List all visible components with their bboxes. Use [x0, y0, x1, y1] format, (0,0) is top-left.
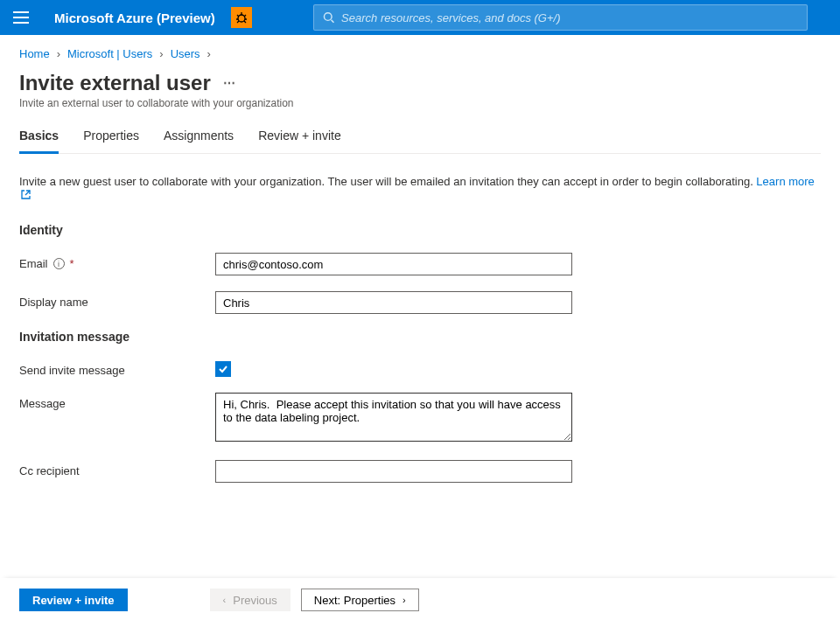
global-search[interactable]	[313, 4, 808, 31]
email-label: Email i *	[19, 253, 215, 270]
intro-body: Invite a new guest user to collaborate w…	[19, 175, 756, 188]
breadcrumb-mid[interactable]: Microsoft | Users	[67, 47, 152, 60]
svg-line-5	[237, 15, 239, 17]
menu-button[interactable]	[7, 3, 35, 31]
display-name-field[interactable]	[215, 291, 572, 314]
send-invite-label: Send invite message	[19, 359, 215, 377]
tab-review[interactable]: Review + invite	[258, 129, 341, 153]
chevron-right-icon: ›	[159, 47, 163, 60]
cc-field[interactable]	[215, 460, 572, 483]
section-identity: Identity	[19, 223, 821, 237]
next-button[interactable]: Next: Properties ›	[301, 589, 419, 611]
svg-line-10	[244, 21, 246, 23]
page-subtitle: Invite an external user to collaborate w…	[19, 97, 821, 109]
svg-line-13	[25, 191, 30, 195]
tab-properties[interactable]: Properties	[83, 129, 139, 153]
search-input[interactable]	[341, 11, 798, 24]
check-icon	[218, 364, 228, 374]
page-title: Invite external user	[19, 71, 211, 95]
display-name-label: Display name	[19, 291, 215, 309]
chevron-right-icon: ›	[207, 47, 211, 60]
info-icon[interactable]: i	[53, 258, 65, 269]
svg-line-12	[331, 20, 333, 23]
chevron-right-icon: ›	[57, 47, 60, 60]
cc-label: Cc recipient	[19, 460, 215, 477]
tab-basics[interactable]: Basics	[19, 129, 59, 154]
email-field[interactable]	[215, 253, 572, 275]
tabs: Basics Properties Assignments Review + i…	[19, 129, 821, 154]
main-content: Home › Microsoft | Users › Users › Invit…	[0, 35, 840, 483]
required-indicator: *	[70, 257, 74, 270]
svg-line-9	[237, 21, 239, 23]
svg-point-11	[324, 13, 332, 21]
previous-button: ‹ Previous	[210, 589, 290, 611]
svg-point-3	[238, 15, 245, 22]
external-link-icon	[21, 189, 31, 202]
message-field[interactable]	[215, 393, 572, 442]
svg-line-6	[244, 15, 246, 17]
tab-assignments[interactable]: Assignments	[164, 129, 234, 153]
more-actions-button[interactable]: ⋯	[223, 76, 236, 90]
breadcrumb-home[interactable]: Home	[19, 47, 50, 60]
section-invitation: Invitation message	[19, 330, 821, 344]
bug-icon[interactable]	[231, 7, 252, 28]
previous-label: Previous	[233, 594, 277, 607]
brand-title[interactable]: Microsoft Azure (Preview)	[54, 10, 215, 25]
review-invite-button[interactable]: Review + invite	[19, 589, 128, 611]
intro-text: Invite a new guest user to collaborate w…	[19, 175, 821, 202]
page-title-row: Invite external user ⋯	[19, 71, 821, 95]
next-label: Next: Properties	[314, 594, 396, 607]
chevron-left-icon: ‹	[223, 595, 227, 605]
breadcrumb-last[interactable]: Users	[171, 47, 200, 60]
chevron-right-icon: ›	[402, 595, 406, 605]
breadcrumb: Home › Microsoft | Users › Users ›	[19, 47, 821, 60]
top-bar: Microsoft Azure (Preview)	[0, 0, 840, 35]
message-label: Message	[19, 393, 215, 410]
send-invite-checkbox[interactable]	[215, 361, 231, 377]
footer-bar: Review + invite ‹ Previous Next: Propert…	[0, 578, 840, 627]
